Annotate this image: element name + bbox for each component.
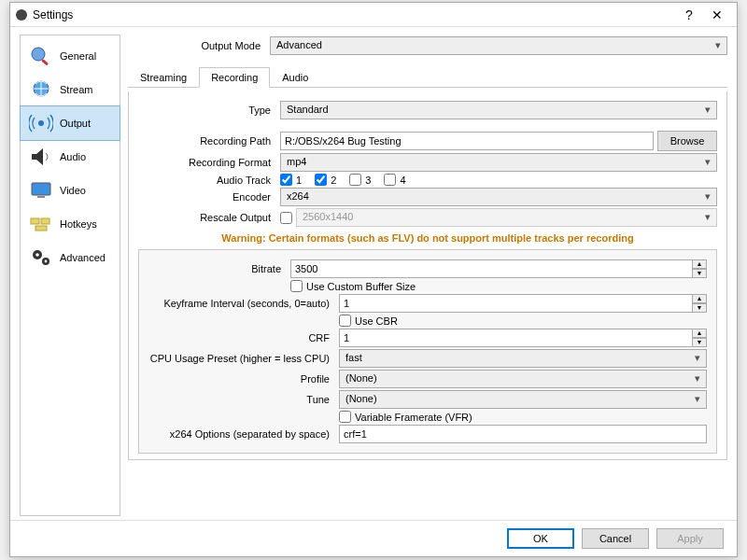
help-button[interactable]: ? [675,7,703,22]
close-button[interactable]: ✕ [703,7,731,22]
audio-track-2-checkbox[interactable] [315,174,327,186]
browse-button[interactable]: Browse [657,131,717,151]
tune-label: Tune [148,394,335,405]
audio-track-4-label: 4 [400,175,405,186]
crf-spin-up[interactable]: ▲ [692,329,707,338]
sidebar-item-label: General [60,50,96,62]
keyframe-spin-down[interactable]: ▼ [692,303,707,313]
profile-select[interactable]: (None) [339,370,707,388]
ok-button[interactable]: OK [507,528,574,549]
encoder-label: Encoder [138,191,276,203]
rescale-output-label: Rescale Output [138,212,276,223]
sidebar-item-advanced[interactable]: Advanced [21,241,120,274]
rescale-output-checkbox[interactable] [280,212,292,224]
sidebar-item-audio[interactable]: Audio [21,140,120,174]
sidebar-item-general[interactable]: General [21,39,120,73]
use-custom-buffer-label: Use Custom Buffer Size [306,281,416,292]
settings-window: Settings ? ✕ General Stream Output Audio [9,2,738,557]
crf-label: CRF [148,332,335,343]
sidebar-item-stream[interactable]: Stream [21,73,120,106]
crf-spin-down[interactable]: ▼ [692,338,707,347]
encoder-select[interactable]: x264 [280,188,717,206]
recording-path-label: Recording Path [138,135,276,147]
svg-rect-8 [35,226,47,231]
use-cbr-checkbox[interactable] [339,315,351,327]
cpu-preset-select[interactable]: fast [339,349,707,368]
svg-rect-6 [31,218,39,224]
recording-format-label: Recording Format [138,157,276,168]
use-cbr-label: Use CBR [355,315,398,327]
audio-track-3-label: 3 [365,175,371,186]
use-custom-buffer-checkbox[interactable] [290,280,303,292]
speaker-icon [28,146,54,168]
tabs: Streaming Recording Audio [128,66,727,88]
x264-opts-label: x264 Options (separated by space) [148,428,335,440]
audio-track-1-checkbox[interactable] [280,174,292,186]
sidebar-item-label: Audio [60,151,86,162]
svg-point-12 [45,260,48,263]
audio-track-1-label: 1 [296,175,302,186]
titlebar: Settings ? ✕ [10,3,737,27]
sidebar-item-output[interactable]: Output [20,105,120,141]
output-mode-label: Output Mode [128,40,266,51]
gear-magnifier-icon [28,45,54,67]
audio-track-label: Audio Track [138,175,276,186]
svg-point-0 [32,48,45,61]
main-panel: Output Mode Advanced Streaming Recording… [128,35,727,516]
svg-rect-4 [32,183,50,195]
sidebar-item-hotkeys[interactable]: Hotkeys [21,207,120,241]
keyframe-input[interactable] [339,294,692,313]
svg-point-3 [38,120,44,126]
cpu-preset-label: CPU Usage Preset (higher = less CPU) [148,353,335,364]
crf-input[interactable] [339,329,692,347]
footer: OK Cancel Apply [10,520,737,556]
sidebar: General Stream Output Audio Video Hotkey… [20,35,120,516]
format-warning: Warning: Certain formats (such as FLV) d… [138,232,717,244]
svg-rect-5 [37,196,45,198]
rescale-output-select[interactable]: 2560x1440 [296,208,717,227]
audio-track-2-label: 2 [331,175,336,186]
sidebar-item-label: Video [60,185,86,196]
keyframe-spin-up[interactable]: ▲ [692,294,707,303]
tab-recording[interactable]: Recording [199,67,270,88]
sidebar-item-label: Advanced [60,252,106,263]
gears-icon [28,246,54,269]
cancel-button[interactable]: Cancel [582,528,649,549]
keyboard-icon [28,213,54,235]
sidebar-item-label: Stream [60,84,92,95]
audio-track-3-checkbox[interactable] [349,174,361,186]
type-label: Type [138,105,276,116]
encoder-group: Bitrate ▲▼ Use Custom Buffer Size Keyfra… [138,249,717,454]
window-title: Settings [33,8,675,21]
bitrate-input[interactable] [290,259,692,278]
output-mode-select[interactable]: Advanced [270,36,727,55]
recording-panel: Type Standard Recording Path Browse Reco… [128,91,727,460]
type-select[interactable]: Standard [280,101,717,119]
recording-format-select[interactable]: mp4 [280,153,717,172]
monitor-icon [28,179,54,202]
app-icon [16,9,27,21]
bitrate-spin-down[interactable]: ▼ [692,269,707,278]
sidebar-item-label: Output [60,118,91,129]
svg-point-10 [35,253,39,257]
keyframe-label: Keyframe Interval (seconds, 0=auto) [148,298,335,309]
broadcast-icon [28,112,54,134]
sidebar-item-video[interactable]: Video [21,174,120,207]
apply-button[interactable]: Apply [656,528,724,549]
bitrate-spin-up[interactable]: ▲ [692,259,707,269]
vfr-checkbox[interactable] [339,411,351,423]
tab-streaming[interactable]: Streaming [128,67,199,88]
globe-icon [28,78,54,101]
svg-rect-1 [41,59,49,65]
bitrate-label: Bitrate [148,263,287,274]
sidebar-item-label: Hotkeys [60,218,97,230]
tune-select[interactable]: (None) [339,390,707,409]
audio-track-4-checkbox[interactable] [384,174,396,186]
tab-audio[interactable]: Audio [270,67,320,88]
vfr-label: Variable Framerate (VFR) [355,412,472,423]
x264-opts-input[interactable] [339,425,707,443]
svg-rect-7 [41,218,49,224]
recording-path-input[interactable] [280,132,654,150]
profile-label: Profile [148,373,335,385]
